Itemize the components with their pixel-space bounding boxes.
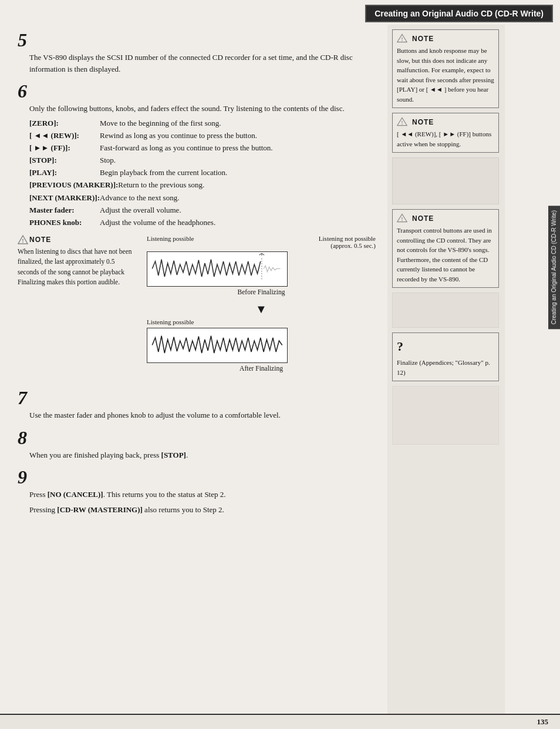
instruction-ff: [ ►► (FF)]: Fast-forward as long as you …: [29, 143, 376, 153]
note1-label: NOTE: [412, 33, 434, 44]
page-number: 135: [537, 717, 549, 727]
sidebar-question-text: Finalize (Appendices; "Glossary" p. 12): [397, 358, 494, 377]
spacer-box: [392, 157, 499, 204]
step-8-text: When you are finished playing back, pres…: [29, 449, 376, 461]
vertical-tab: Creating an Original Audio CD (CD-R Writ…: [548, 206, 560, 329]
svg-text:!: !: [402, 120, 403, 126]
step-9-text1-bold: [NO (CANCEL)]: [48, 490, 103, 499]
desc-play: Begin playback from the current location…: [100, 167, 376, 178]
label-not-possible: Listening not possible: [319, 235, 376, 242]
key-phones: PHONES knob:: [29, 217, 100, 228]
step-9-text1-after: . This returns you to the status at Step…: [103, 490, 226, 499]
note-waveform-text: When listening to discs that have not be…: [18, 247, 135, 287]
label-listening-possible-before: Listening possible: [147, 235, 194, 249]
step-6-section: 6 Only the following buttons, knobs, and…: [18, 82, 376, 228]
step-9-text1-before: Press: [29, 490, 48, 499]
note2-label: NOTE: [412, 117, 434, 127]
note-triangle-icon: !: [18, 235, 28, 244]
step-9-section: 9 Press [NO (CANCEL)]. This returns you …: [18, 468, 376, 515]
desc-next: Advance to the next song.: [100, 193, 376, 203]
instruction-rew: [ ◄◄ (REW)]: Rewind as long as you conti…: [29, 130, 376, 141]
instruction-next: [NEXT (MARKER)]: Advance to the next son…: [29, 193, 376, 203]
step-5-text: The VS-890 displays the SCSI ID number o…: [29, 52, 376, 75]
step-9-text2-before: Pressing: [29, 505, 57, 514]
svg-text:!: !: [402, 217, 403, 222]
note-label-text: NOTE: [29, 236, 51, 244]
spacer-box-2: [392, 293, 499, 328]
key-master-fader: Master fader:: [29, 205, 100, 216]
spacer-box-3: [392, 386, 499, 445]
desc-ff: Fast-forward as long as you continue to …: [100, 143, 376, 153]
sidebar-note-1: ! NOTE Buttons and knob response may be …: [392, 29, 499, 108]
instruction-master-fader: Master fader: Adjust the overall volume.: [29, 205, 376, 216]
svg-text:!: !: [22, 238, 24, 244]
instruction-previous: [PREVIOUS (MARKER)]: Return to the previ…: [29, 180, 376, 190]
instruction-list: [ZERO]: Move to the beginning of the fir…: [29, 118, 376, 229]
instruction-stop: [STOP]: Stop.: [29, 155, 376, 166]
key-ff: [ ►► (FF)]:: [29, 143, 100, 153]
footer: 135: [0, 714, 560, 729]
desc-zero: Move to the beginning of the first song.: [100, 118, 376, 129]
instruction-play: [PLAY]: Begin playback from the current …: [29, 167, 376, 178]
page-container: Creating an Original Audio CD (CD-R Writ…: [0, 0, 560, 729]
waveform-svg-after: [147, 328, 288, 363]
step-7-text: Use the master fader and phones knob to …: [29, 409, 376, 421]
step-5-section: 5 The VS-890 displays the SCSI ID number…: [18, 31, 376, 75]
arrow-down: ▼: [147, 303, 376, 316]
key-next: [NEXT (MARKER)]:: [29, 193, 100, 203]
step-5-number: 5: [18, 31, 376, 49]
desc-stop: Stop.: [100, 155, 376, 166]
sidebar-note-2: ! NOTE [ ◄◄ (REW)], [ ►► (FF)] buttons a…: [392, 113, 499, 153]
step-8-text-bold: [STOP]: [161, 451, 186, 459]
step-8-content: When you are finished playing back, pres…: [29, 449, 376, 461]
waveform-section: ! NOTE When listening to discs that have…: [18, 235, 376, 379]
vertical-tab-text: Creating an Original Audio CD (CD-R Writ…: [551, 210, 557, 324]
step-8-section: 8 When you are finished playing back, pr…: [18, 428, 376, 461]
step-8-text-before: When you are finished playing back, pres…: [29, 451, 161, 459]
label-listening-possible-after: Listening possible: [147, 318, 194, 325]
main-content: 5 The VS-890 displays the SCSI ID number…: [0, 25, 560, 714]
step-7-number: 7: [18, 388, 376, 407]
instruction-zero: [ZERO]: Move to the beginning of the fir…: [29, 118, 376, 129]
step-8-text-after: .: [186, 451, 188, 459]
left-column: 5 The VS-890 displays the SCSI ID number…: [0, 25, 387, 714]
key-stop: [STOP]:: [29, 155, 100, 166]
desc-master-fader: Adjust the overall volume.: [100, 205, 376, 216]
waveform-labels-after: Listening possible: [147, 318, 376, 325]
sidebar-note-1-text: Buttons and knob response may be slow, b…: [397, 46, 494, 104]
step-6-intro: Only the following buttons, knobs, and f…: [29, 103, 376, 115]
waveform-diagrams: Listening possible Listening not possibl…: [147, 235, 376, 379]
note-waveform-left: ! NOTE When listening to discs that have…: [18, 235, 135, 287]
step-9-content: Press [NO (CANCEL)]. This returns you to…: [29, 489, 376, 515]
note2-triangle-icon: !: [397, 117, 407, 126]
note3-label: NOTE: [412, 213, 434, 224]
step-9-text2: Pressing [CD-RW (MASTERING)] also return…: [29, 504, 376, 516]
step-7-content: Use the master fader and phones knob to …: [29, 409, 376, 421]
right-sidebar: ! NOTE Buttons and knob response may be …: [387, 25, 505, 714]
question-icon: ?: [397, 337, 403, 356]
key-play: [PLAY]:: [29, 167, 100, 178]
step-6-number: 6: [18, 82, 376, 100]
step-8-number: 8: [18, 428, 376, 447]
instruction-phones: PHONES knob: Adjust the volume of the he…: [29, 217, 376, 228]
step-9-text1: Press [NO (CANCEL)]. This returns you to…: [29, 489, 376, 500]
sidebar-question-box: ? Finalize (Appendices; "Glossary" p. 12…: [392, 332, 499, 381]
desc-phones: Adjust the volume of the headphones.: [100, 217, 376, 228]
waveform-title-before: Before Finalizing: [147, 288, 376, 295]
svg-line-4: [259, 253, 262, 255]
sidebar-note-2-text: [ ◄◄ (REW)], [ ►► (FF)] buttons active w…: [397, 129, 494, 149]
header-bar: Creating an Original Audio CD (CD-R Writ…: [0, 0, 560, 25]
sidebar-note-3-text: Transport control buttons are used in co…: [397, 226, 494, 284]
waveform-svg-before: [147, 251, 288, 287]
step-5-content: The VS-890 displays the SCSI ID number o…: [29, 52, 376, 75]
label-approx: (approx. 0.5 sec.): [319, 242, 376, 249]
desc-previous: Return to the previous song.: [118, 180, 376, 190]
waveform-title-after: After Finalizing: [147, 365, 376, 372]
step-9-number: 9: [18, 468, 376, 486]
sidebar-note-3: ! NOTE Transport control buttons are use…: [392, 209, 499, 288]
desc-rew: Rewind as long as you continue to press …: [100, 130, 376, 141]
waveform-after: Listening possible After Finalizing: [147, 318, 376, 372]
waveform-labels-before: Listening possible Listening not possibl…: [147, 235, 376, 249]
svg-text:!: !: [402, 37, 403, 42]
key-zero: [ZERO]:: [29, 118, 100, 129]
